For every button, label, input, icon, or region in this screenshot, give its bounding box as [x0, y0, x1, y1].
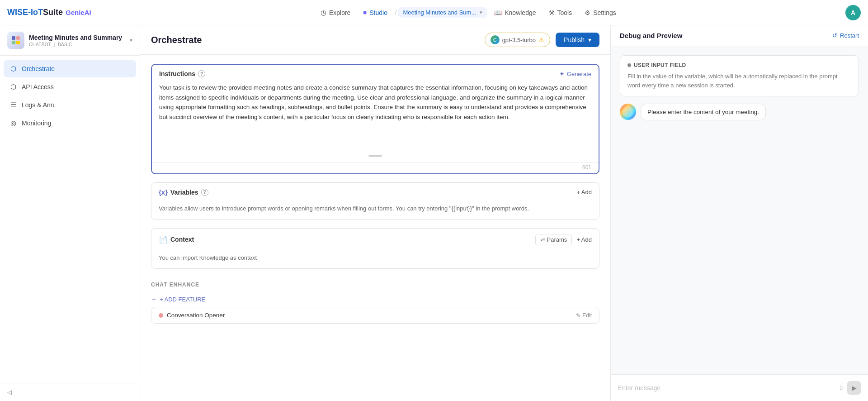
sidebar-item-orchestrate[interactable]: ⬡ Orchestrate: [4, 60, 136, 77]
char-count: 601: [152, 162, 599, 173]
bot-avatar-inner: [623, 106, 633, 117]
context-actions: ⇌ Params + Add: [535, 234, 592, 245]
message-input[interactable]: [618, 384, 840, 391]
params-label: Params: [547, 236, 567, 243]
scroll-indicator-wrap: [152, 153, 599, 160]
model-label: gpt-3.5-turbo: [502, 37, 536, 43]
sidebar-badges: CHATBOT | BASIC: [29, 42, 125, 47]
sidebar-chevron-icon[interactable]: ▾: [130, 37, 132, 43]
main-header: Orchestrate G gpt-3.5-turbo ⚠ Publish ▾: [140, 25, 610, 55]
sidebar: Meeting Minutes and Summary CHATBOT | BA…: [0, 25, 140, 401]
bot-message-row: Please enter the content of your meeting…: [620, 104, 859, 120]
main-body: Instructions ? ✦ Generate Your task is t…: [140, 55, 610, 401]
monitoring-icon: ◎: [9, 119, 17, 127]
nav-knowledge[interactable]: 📖 Knowledge: [489, 6, 541, 19]
knowledge-icon: 📖: [494, 9, 502, 16]
sidebar-item-logs[interactable]: ☰ Logs & Ann.: [4, 96, 136, 114]
sidebar-title-block: Meeting Minutes and Summary CHATBOT | BA…: [29, 34, 125, 47]
model-selector[interactable]: G gpt-3.5-turbo ⚠: [485, 33, 550, 47]
instructions-title: Instructions ?: [159, 70, 205, 77]
send-button[interactable]: ▶: [847, 381, 861, 395]
user-avatar[interactable]: A: [845, 5, 861, 20]
brand-logo[interactable]: WISE-IoTSuite GenieAI: [7, 8, 91, 17]
sidebar-header: Meeting Minutes and Summary CHATBOT | BA…: [0, 25, 140, 56]
chat-enhance-label: CHAT ENHANCE: [151, 277, 599, 291]
conversation-opener-item: Conversation Opener ✎ Edit: [151, 307, 599, 323]
variables-add-button[interactable]: + Add: [576, 189, 592, 196]
edit-icon: ✎: [576, 312, 580, 319]
chatbot-badge: CHATBOT: [29, 42, 51, 47]
debug-footer: 0 ▶: [611, 374, 868, 401]
user-input-card: USER INPUT FIELD Fill in the value of th…: [620, 55, 859, 96]
main-content: Orchestrate G gpt-3.5-turbo ⚠ Publish ▾ …: [140, 25, 610, 401]
project-avatar: [7, 32, 24, 49]
sidebar-footer: ◁: [0, 383, 140, 401]
sidebar-item-monitoring[interactable]: ◎ Monitoring: [4, 115, 136, 132]
add-feature-button[interactable]: ＋ + ADD FEATURE: [151, 291, 599, 307]
params-button[interactable]: ⇌ Params: [535, 234, 572, 245]
debug-title: Debug and Preview: [620, 32, 682, 39]
breadcrumb-chevron-icon: ▾: [480, 10, 482, 15]
brand-wise-text: WISE-IoTSuite: [7, 8, 63, 17]
svg-rect-0: [12, 36, 15, 40]
user-input-label: USER INPUT FIELD: [627, 62, 851, 68]
context-label: Context: [170, 236, 194, 243]
generate-label: Generate: [567, 71, 591, 77]
conversation-opener-label: Conversation Opener: [167, 312, 225, 319]
sidebar-logs-label: Logs & Ann.: [22, 101, 56, 109]
instructions-text[interactable]: Your task is to review the provided meet…: [152, 81, 599, 153]
nav-knowledge-label: Knowledge: [505, 9, 536, 16]
publish-button[interactable]: Publish ▾: [556, 33, 599, 47]
variables-title: {x} Variables ?: [159, 188, 208, 196]
edit-label: Edit: [582, 312, 592, 319]
debug-header: Debug and Preview ↺ Restart: [611, 25, 868, 46]
variables-help-icon[interactable]: ?: [201, 189, 208, 196]
nav-explore[interactable]: ◷ Explore: [315, 6, 356, 19]
add-feature-icon: ＋: [151, 295, 157, 303]
badge-separator: |: [54, 42, 55, 47]
input-dot-icon: [627, 63, 631, 67]
orchestrate-icon: ⬡: [9, 65, 17, 73]
restart-button[interactable]: ↺ Restart: [832, 32, 859, 39]
instructions-help-icon[interactable]: ?: [198, 70, 205, 77]
nav-studio[interactable]: ■ Studio: [358, 6, 393, 19]
project-name: Meeting Minutes and Summary: [29, 34, 125, 41]
top-nav: WISE-IoTSuite GenieAI ◷ Explore ■ Studio…: [0, 0, 868, 25]
add-variable-label: + Add: [576, 189, 592, 196]
instructions-card: Instructions ? ✦ Generate Your task is t…: [151, 64, 599, 174]
edit-feature-button[interactable]: ✎ Edit: [576, 312, 592, 319]
collapse-button[interactable]: ◁: [7, 389, 132, 396]
app-layout: Meeting Minutes and Summary CHATBOT | BA…: [0, 25, 868, 401]
add-feature-label: + ADD FEATURE: [160, 296, 205, 303]
sidebar-api-label: API Access: [22, 83, 54, 91]
project-icon: [10, 35, 21, 46]
bot-message-text: Please enter the content of your meeting…: [647, 109, 759, 115]
settings-icon: ⚙: [585, 9, 590, 16]
context-add-button[interactable]: + Add: [576, 236, 592, 243]
debug-body: USER INPUT FIELD Fill in the value of th…: [611, 46, 868, 374]
model-icon: G: [491, 35, 500, 44]
nav-tools[interactable]: ⚒ Tools: [543, 6, 578, 19]
feature-dot-icon: [159, 313, 163, 318]
nav-breadcrumb[interactable]: Meeting Minutes and Sum... ▾: [398, 7, 487, 18]
variables-card: {x} Variables ? + Add Variables allow us…: [151, 182, 599, 220]
nav-settings[interactable]: ⚙ Settings: [579, 6, 622, 19]
tools-icon: ⚒: [549, 9, 555, 16]
right-panel: Debug and Preview ↺ Restart USER INPUT F…: [610, 25, 868, 401]
user-input-desc: Fill in the value of the variable, which…: [627, 72, 851, 90]
user-input-title: USER INPUT FIELD: [634, 62, 686, 68]
context-title: 📄 Context: [159, 235, 194, 244]
context-icon: 📄: [159, 235, 168, 244]
warning-icon: ⚠: [538, 36, 544, 43]
nav-studio-label: Studio: [369, 9, 387, 16]
sidebar-nav: ⬡ Orchestrate ⬡ API Access ☰ Logs & Ann.…: [0, 56, 140, 383]
generate-star-icon: ✦: [559, 70, 565, 77]
generate-button[interactable]: ✦ Generate: [559, 70, 591, 77]
sidebar-monitoring-label: Monitoring: [22, 119, 51, 127]
nav-sep: /: [395, 9, 396, 17]
context-card-header: 📄 Context ⇌ Params + Add: [151, 229, 599, 249]
add-context-label: + Add: [576, 236, 592, 243]
page-title: Orchestrate: [151, 35, 202, 45]
variables-icon: {x}: [159, 188, 168, 196]
sidebar-item-api[interactable]: ⬡ API Access: [4, 78, 136, 95]
